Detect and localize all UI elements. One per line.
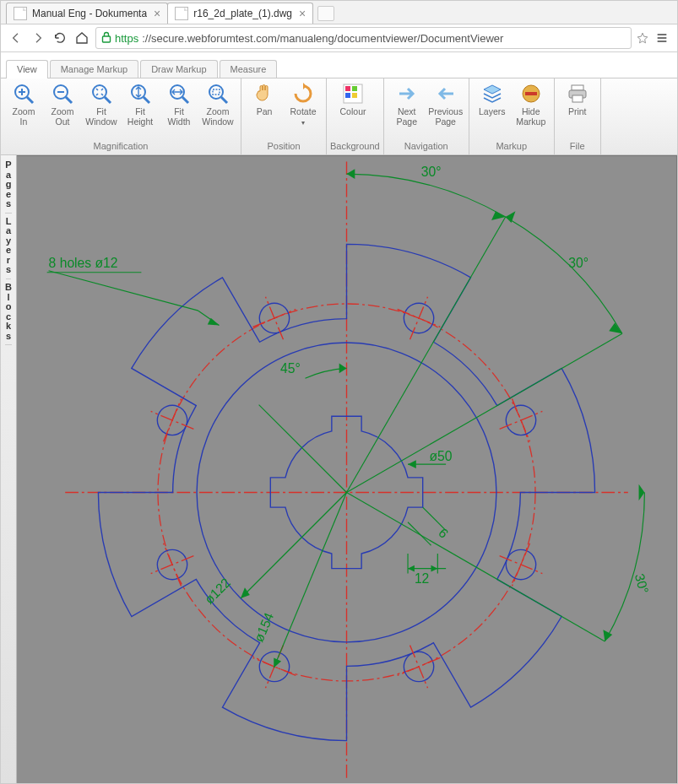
forward-button[interactable] [30, 30, 46, 46]
app-tab-manage-markup[interactable]: Manage Markup [50, 60, 139, 78]
ribbon-group-markup: Layers HideMarkup Markup [469, 78, 555, 154]
app-tab-draw-markup[interactable]: Draw Markup [140, 60, 217, 78]
zoom-out-button[interactable]: ZoomOut [43, 80, 82, 128]
page-icon [14, 7, 27, 20]
button-label: Pan [257, 107, 273, 126]
button-label: NextPage [396, 107, 417, 127]
ribbon-group-file: Print File [555, 78, 601, 154]
browser-navbar: https ://secure.webforumtest.com/manuale… [1, 24, 677, 52]
svg-line-66 [347, 333, 622, 492]
ribbon-group-label: Background [330, 139, 380, 153]
next-page-button[interactable]: NextPage [388, 80, 426, 128]
new-tab-button[interactable] [317, 6, 334, 21]
button-label: Colour [340, 107, 366, 126]
ribbon: ZoomIn ZoomOut FitWindow FitHeight FitWi… [1, 78, 677, 155]
ribbon-group-magnification: ZoomIn ZoomOut FitWindow FitHeight FitWi… [1, 78, 241, 154]
url-text: ://secure.webforumtest.com/manualeng/doc… [142, 32, 503, 45]
app-tab-strip: View Manage Markup Draw Markup Measure [1, 52, 677, 78]
svg-marker-67 [639, 484, 645, 501]
app-tab-measure[interactable]: Measure [220, 60, 278, 78]
reload-button[interactable] [52, 30, 68, 46]
lock-icon [101, 31, 111, 46]
fit-window-button[interactable]: FitWindow [82, 80, 121, 128]
button-label: Rotate▾ [290, 107, 317, 127]
svg-rect-16 [213, 89, 220, 95]
colour-button[interactable]: Colour [330, 80, 376, 127]
side-tab-layers[interactable]: Layers [6, 214, 12, 279]
browser-tab-strip: Manual Eng - Dokumenta × r16_2d_plate_(1… [1, 1, 677, 24]
svg-line-9 [105, 97, 111, 103]
zoom-window-button[interactable]: ZoomWindow [198, 80, 237, 128]
dim-holes: 8 holes ø12 [49, 256, 118, 270]
svg-marker-65 [609, 323, 622, 334]
svg-marker-81 [408, 565, 415, 572]
svg-rect-20 [345, 93, 350, 98]
address-bar[interactable]: https ://secure.webforumtest.com/manuale… [95, 27, 632, 49]
button-label: ZoomIn [13, 107, 35, 127]
side-tab-pages[interactable]: Pages [5, 157, 11, 214]
zoom-in-button[interactable]: ZoomIn [4, 80, 43, 128]
browser-tab-title: Manual Eng - Dokumenta [32, 8, 147, 19]
svg-line-6 [66, 97, 72, 103]
svg-marker-59 [339, 364, 347, 374]
svg-marker-64 [506, 211, 516, 223]
hide-markup-button[interactable]: HideMarkup [512, 80, 551, 128]
svg-line-77 [408, 522, 431, 545]
chevron-down-icon: ▾ [301, 119, 305, 127]
next-page-icon [395, 82, 419, 105]
content-area: Pages Layers Blocks [1, 155, 677, 784]
prev-page-button[interactable]: PreviousPage [426, 80, 465, 128]
side-panel: Pages Layers Blocks [1, 155, 17, 784]
ribbon-group-label: Markup [473, 139, 551, 153]
pan-button[interactable]: Pan [245, 80, 284, 127]
button-label: ZoomOut [52, 107, 74, 127]
svg-line-2 [27, 97, 33, 103]
svg-line-15 [221, 97, 227, 103]
dim-d154: ø154 [252, 610, 277, 644]
app-tab-view[interactable]: View [6, 60, 48, 78]
page-icon [175, 7, 188, 20]
svg-line-76 [423, 507, 446, 530]
print-icon [566, 82, 589, 105]
browser-tab-title: r16_2d_plate_(1).dwg [193, 8, 292, 19]
button-label: FitWindow [85, 107, 117, 127]
svg-line-69 [347, 492, 605, 641]
home-button[interactable] [73, 30, 90, 46]
ribbon-group-navigation: NextPage PreviousPage Navigation [384, 78, 469, 154]
browser-tab[interactable]: Manual Eng - Dokumenta × [6, 3, 168, 24]
svg-marker-68 [603, 630, 612, 641]
menu-button[interactable] [654, 30, 670, 46]
layers-button[interactable]: Layers [473, 80, 512, 127]
close-icon[interactable]: × [154, 8, 160, 19]
dim-12: 12 [415, 571, 429, 586]
bookmark-icon[interactable] [637, 32, 648, 44]
drawing-viewport[interactable]: 8 holes ø12 45° 30° [17, 155, 677, 784]
browser-window: Manual Eng - Dokumenta × r16_2d_plate_(1… [0, 0, 678, 784]
svg-rect-0 [103, 36, 111, 42]
button-label: Print [568, 107, 587, 126]
svg-rect-24 [572, 85, 583, 90]
fit-width-button[interactable]: FitWidth [160, 80, 198, 128]
browser-tab[interactable]: r16_2d_plate_(1).dwg × [167, 3, 313, 24]
svg-marker-73 [241, 587, 250, 598]
url-scheme: https [115, 32, 138, 45]
svg-point-8 [93, 85, 106, 99]
button-label: FitWidth [168, 107, 191, 127]
dim-30a: 30° [421, 165, 442, 179]
svg-line-72 [241, 492, 346, 597]
svg-line-63 [347, 217, 506, 492]
back-button[interactable] [8, 30, 24, 46]
button-label: PreviousPage [428, 107, 463, 127]
close-icon[interactable]: × [299, 8, 306, 19]
fit-height-button[interactable]: FitHeight [121, 80, 160, 128]
pan-icon [252, 82, 276, 105]
side-tab-blocks[interactable]: Blocks [5, 279, 12, 345]
svg-marker-71 [408, 460, 416, 468]
rotate-button[interactable]: Rotate▾ [284, 80, 323, 128]
fit-height-icon [128, 82, 152, 105]
dim-d122: ø122 [202, 576, 233, 607]
rotate-icon [291, 82, 315, 105]
print-button[interactable]: Print [558, 80, 597, 127]
fit-window-icon [89, 82, 113, 105]
ribbon-group-label: Navigation [388, 139, 465, 153]
